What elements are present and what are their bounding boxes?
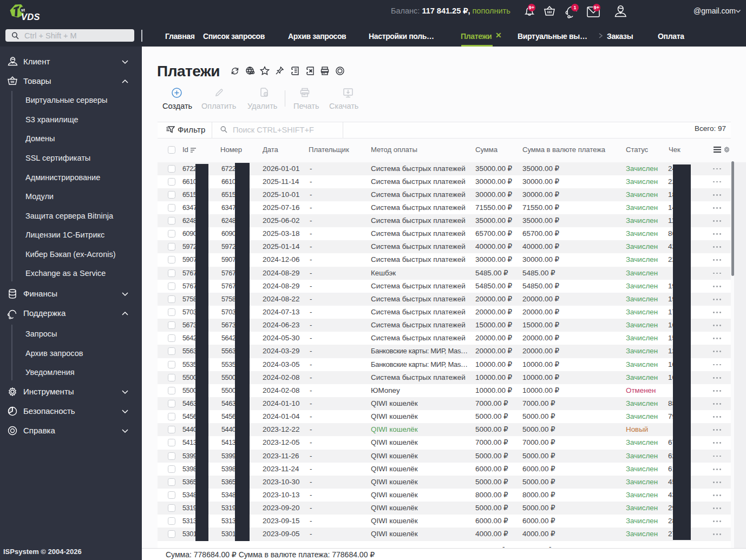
- svg-text:VDS: VDS: [21, 12, 40, 22]
